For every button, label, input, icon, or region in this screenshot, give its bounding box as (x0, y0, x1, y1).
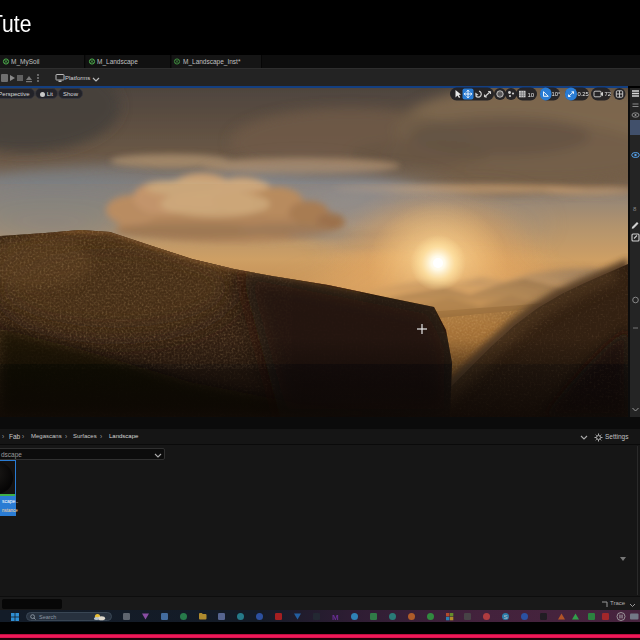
svg-text:10°: 10° (552, 91, 561, 97)
svg-text:S: S (504, 614, 508, 620)
svg-text:8: 8 (633, 206, 637, 212)
svg-text:M: M (332, 613, 339, 622)
svg-text:72: 72 (605, 91, 611, 97)
svg-text:10: 10 (528, 92, 535, 98)
svg-text:0.25: 0.25 (578, 91, 589, 97)
